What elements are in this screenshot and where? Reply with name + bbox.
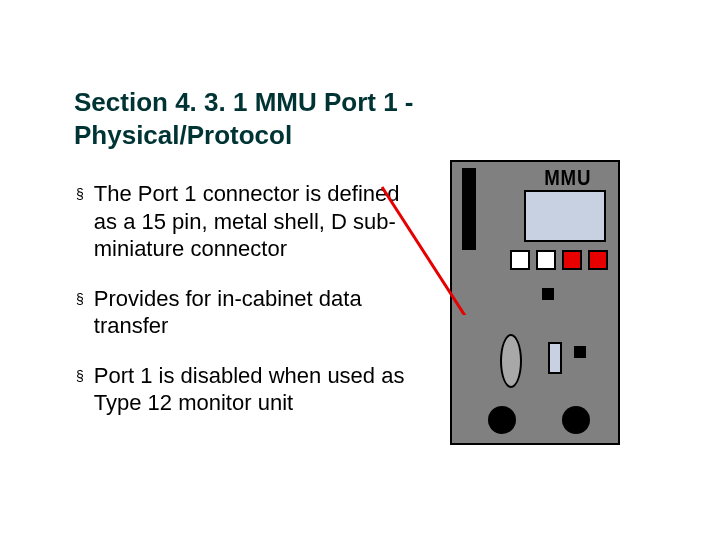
mmu-label: MMU — [544, 165, 591, 191]
bullet-list: § The Port 1 connector is defined as a 1… — [76, 180, 406, 439]
knob-icon — [562, 406, 590, 434]
red-button-icon — [562, 250, 582, 270]
display-screen-icon — [524, 190, 606, 242]
list-item: § Provides for in-cabinet data transfer — [76, 285, 406, 340]
mmu-device-illustration: MMU — [450, 160, 620, 445]
small-port-icon — [548, 342, 562, 374]
bullet-text: The Port 1 connector is defined as a 15 … — [94, 180, 406, 263]
slide-title: Section 4. 3. 1 MMU Port 1 - Physical/Pr… — [74, 86, 434, 151]
bullet-marker-icon: § — [76, 362, 84, 417]
knob-icon — [488, 406, 516, 434]
list-item: § Port 1 is disabled when used as Type 1… — [76, 362, 406, 417]
bullet-marker-icon: § — [76, 285, 84, 340]
port1-connector-icon — [500, 334, 522, 388]
button-row — [510, 250, 608, 270]
side-strip-icon — [462, 168, 476, 250]
indicator-square-icon — [574, 346, 586, 358]
bullet-marker-icon: § — [76, 180, 84, 263]
bullet-text: Port 1 is disabled when used as Type 12 … — [94, 362, 406, 417]
white-button-icon — [536, 250, 556, 270]
bullet-text: Provides for in-cabinet data transfer — [94, 285, 406, 340]
red-button-icon — [588, 250, 608, 270]
indicator-square-icon — [542, 288, 554, 300]
list-item: § The Port 1 connector is defined as a 1… — [76, 180, 406, 263]
white-button-icon — [510, 250, 530, 270]
